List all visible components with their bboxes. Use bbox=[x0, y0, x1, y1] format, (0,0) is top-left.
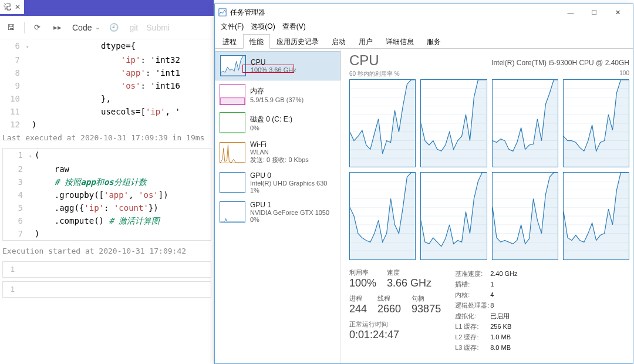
sidebar-item[interactable]: Wi-Fi WLAN 发送: 0 接收: 0 Kbps bbox=[215, 137, 340, 168]
stat: 线程2660 bbox=[377, 294, 401, 315]
perf-tab[interactable]: 进程 bbox=[216, 34, 243, 49]
detail-row: 插槽:1 bbox=[455, 279, 517, 289]
code-line[interactable]: 2 raw bbox=[5, 163, 208, 176]
uptime-value: 0:01:24:47 bbox=[349, 329, 441, 341]
window-title: 任务管理器 bbox=[230, 8, 265, 18]
output-prompt: 1 bbox=[9, 285, 21, 294]
titlebar[interactable]: 任务管理器 — ☐ ✕ bbox=[215, 4, 633, 21]
stat: 速度3.66 GHz bbox=[387, 268, 431, 289]
code-line[interactable]: 8 'app': 'int1 bbox=[2, 66, 211, 79]
menu-item[interactable]: 文件(F) bbox=[218, 21, 246, 33]
sidebar-item[interactable]: 内存 5.9/15.9 GB (37%) bbox=[215, 80, 340, 109]
cell-type-label: Code bbox=[72, 23, 92, 32]
sidebar-item[interactable]: 磁盘 0 (C: E:) 0% bbox=[215, 109, 340, 137]
sidebar-item[interactable]: GPU 1 NVIDIA GeForce GTX 1050 0% bbox=[215, 197, 340, 227]
tab-strip: 进程性能应用历史记录启动用户详细信息服务 bbox=[215, 33, 633, 49]
uptime-label: 正常运行时间 bbox=[349, 320, 441, 329]
perf-tab[interactable]: 启动 bbox=[325, 34, 352, 49]
save-icon[interactable]: 🖫 bbox=[4, 21, 18, 34]
clock-icon[interactable]: 🕘 bbox=[106, 21, 122, 34]
sidebar-text: Wi-Fi WLAN 发送: 0 接收: 0 Kbps bbox=[250, 140, 309, 164]
core-chart bbox=[563, 172, 629, 260]
git-button[interactable]: git bbox=[128, 21, 139, 35]
cpu-core-charts bbox=[349, 79, 629, 260]
stat: 句柄93875 bbox=[412, 294, 441, 315]
cell-type-select[interactable]: Code bbox=[71, 21, 93, 35]
axis-left-label: 60 秒内的利用率 % bbox=[349, 70, 400, 78]
run-all-icon[interactable]: ▸▸ bbox=[50, 21, 65, 34]
sparkline bbox=[220, 112, 245, 133]
sidebar-text: 磁盘 0 (C: E:) 0% bbox=[250, 114, 292, 132]
perf-tab[interactable]: 性能 bbox=[243, 34, 270, 49]
output-cell: 1 bbox=[2, 261, 211, 278]
code-line[interactable]: 6 .compute() # 激活计算图 bbox=[5, 214, 208, 227]
code-line[interactable]: 11 usecols=['ip', ' bbox=[2, 105, 211, 118]
sparkline bbox=[220, 201, 245, 223]
sidebar-text: GPU 1 NVIDIA GeForce GTX 1050 0% bbox=[250, 201, 329, 223]
code-line[interactable]: 6▾ dtype={ bbox=[2, 39, 211, 53]
perf-tab[interactable]: 服务 bbox=[420, 34, 447, 49]
task-manager-window: 任务管理器 — ☐ ✕ 文件(F)选项(O)查看(V) 进程性能应用历史记录启动… bbox=[214, 4, 633, 364]
code-line[interactable]: 10 }, bbox=[2, 92, 211, 105]
detail-row: 逻辑处理器:8 bbox=[455, 300, 517, 311]
detail-row: 虚拟化:已启用 bbox=[455, 311, 517, 321]
sparkline bbox=[220, 142, 245, 163]
core-chart bbox=[420, 172, 487, 260]
core-chart bbox=[492, 172, 558, 260]
perf-sidebar: CPU 100% 3.66 GHz 内存 5.9/15.9 GB (37%) 磁… bbox=[215, 49, 341, 363]
sparkline bbox=[220, 84, 245, 105]
notebook-toolbar: 🖫 ⟳ ▸▸ Code ⌄ 🕘 git Submi bbox=[0, 16, 214, 39]
core-chart bbox=[420, 79, 487, 167]
menu-item[interactable]: 选项(O) bbox=[248, 21, 277, 33]
output-cell-2: 1 bbox=[2, 281, 211, 298]
code-line[interactable]: 12) bbox=[2, 118, 211, 131]
detail-row: L1 缓存:256 KB bbox=[455, 321, 517, 332]
sidebar-text: 内存 5.9/15.9 GB (37%) bbox=[250, 86, 303, 103]
code-line[interactable]: 5 .agg({'ip': 'count'}) bbox=[5, 201, 208, 214]
sparkline bbox=[220, 55, 246, 76]
code-line[interactable]: 3 # 按照app和os分组计数 bbox=[5, 176, 208, 188]
stat: 进程244 bbox=[349, 294, 367, 315]
sidebar-item[interactable]: GPU 0 Intel(R) UHD Graphics 630 1% bbox=[215, 168, 340, 197]
restart-icon[interactable]: ⟳ bbox=[31, 21, 44, 34]
core-chart bbox=[349, 79, 416, 167]
perf-tab[interactable]: 应用历史记录 bbox=[270, 34, 325, 49]
sparkline bbox=[220, 172, 245, 193]
code-line[interactable]: 7 'ip': 'int32 bbox=[2, 53, 211, 66]
cpu-details: 基准速度:2.40 GHz插槽:1内核:4逻辑处理器:8虚拟化:已启用L1 缓存… bbox=[455, 268, 517, 353]
perf-heading: CPU bbox=[349, 52, 379, 69]
detail-row: 基准速度:2.40 GHz bbox=[455, 268, 517, 279]
close-button[interactable]: ✕ bbox=[606, 4, 629, 21]
code-cell-2[interactable]: 1▾(2 raw3 # 按照app和os分组计数4 .groupby(['app… bbox=[2, 148, 211, 241]
code-line[interactable]: 1▾( bbox=[5, 149, 208, 163]
code-cell-1[interactable]: 6▾ dtype={7 'ip': 'int328 'app': 'int19 … bbox=[0, 39, 214, 131]
sidebar-item[interactable]: CPU 100% 3.66 GHz bbox=[215, 51, 340, 80]
submit-button[interactable]: Submi bbox=[145, 21, 171, 35]
execution-status-1: Last executed at 2020-10-31 17:09:39 in … bbox=[0, 131, 214, 144]
svg-rect-0 bbox=[219, 9, 226, 16]
perf-tab[interactable]: 用户 bbox=[352, 34, 379, 49]
taskmgr-icon bbox=[218, 8, 227, 16]
menu-item[interactable]: 查看(V) bbox=[280, 21, 308, 33]
close-icon[interactable]: ✕ bbox=[15, 3, 21, 11]
code-line[interactable]: 4 .groupby(['app', 'os']) bbox=[5, 188, 208, 201]
notebook-tab[interactable]: 记 ✕ bbox=[0, 0, 24, 14]
chevron-down-icon[interactable]: ⌄ bbox=[95, 24, 100, 31]
menubar: 文件(F)选项(O)查看(V) bbox=[215, 21, 633, 33]
notebook-panel: 记 ✕ 🖫 ⟳ ▸▸ Code ⌄ 🕘 git Submi 6▾ dtype={… bbox=[0, 0, 214, 364]
minimize-button[interactable]: — bbox=[559, 4, 582, 21]
perf-main: CPU Intel(R) Core(TM) i5-9300H CPU @ 2.4… bbox=[341, 49, 633, 363]
notebook-tab-label: 记 bbox=[4, 2, 11, 12]
notebook-titlebar: 记 ✕ bbox=[0, 0, 214, 16]
sidebar-text: CPU 100% 3.66 GHz bbox=[251, 58, 296, 73]
detail-row: L3 缓存:8.0 MB bbox=[455, 342, 517, 353]
code-line[interactable]: 9 'os': 'int16 bbox=[2, 79, 211, 92]
maximize-button[interactable]: ☐ bbox=[582, 4, 606, 21]
axis-right-label: 100 bbox=[619, 70, 629, 78]
detail-row: 内核:4 bbox=[455, 289, 517, 300]
code-line[interactable]: 7) bbox=[5, 227, 208, 240]
cpu-model: Intel(R) Core(TM) i5-9300H CPU @ 2.40GH bbox=[491, 59, 629, 67]
separator bbox=[24, 22, 25, 33]
perf-tab[interactable]: 详细信息 bbox=[379, 34, 420, 49]
execution-status-2: Execution started at 2020-10-31 17:09:42 bbox=[0, 244, 214, 258]
